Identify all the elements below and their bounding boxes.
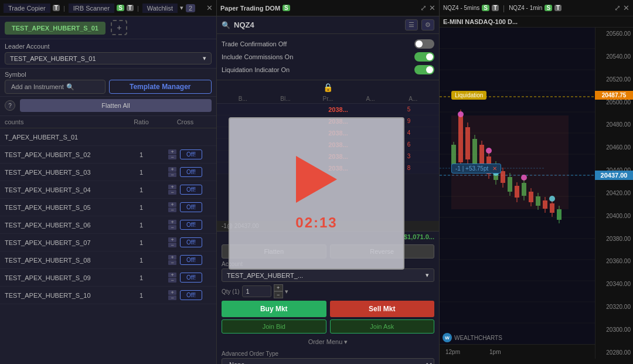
expand-icon[interactable]: ⤢ [614, 4, 621, 12]
chart-title: E-MINI NASDAQ-100 D... [440, 16, 633, 28]
col-cross-header: Cross [159, 118, 212, 125]
ratio-stepper[interactable]: + − [168, 185, 176, 195]
include-commissions-toggle[interactable] [414, 52, 434, 62]
add-instrument-button[interactable]: Add an Instrument 🔍 [5, 80, 106, 94]
table-row: TEST_APEX_HUBERT_S_10 1 + − Off! [0, 287, 216, 304]
ratio-minus[interactable]: − [168, 190, 176, 195]
off-button[interactable]: Off! [180, 273, 202, 283]
sell-mkt-button[interactable]: Sell Mkt [330, 301, 435, 317]
flatten-all-button[interactable]: Flatten All [20, 99, 212, 112]
close-icon[interactable]: ✕ [429, 4, 435, 12]
wealthcharts-logo: W [443, 333, 452, 342]
liquidation-badge: Liquidation [451, 91, 486, 100]
ratio-minus[interactable]: − [168, 207, 176, 212]
ratio-stepper[interactable]: + − [168, 273, 176, 283]
svg-rect-62 [557, 209, 561, 220]
dom-layout-btn[interactable]: ☰ [405, 19, 418, 30]
order-menu-row[interactable]: Order Menu ▾ [222, 336, 434, 348]
qty-label: Qty (1) [222, 288, 240, 295]
play-button[interactable] [296, 156, 337, 203]
ratio-minus[interactable]: − [168, 278, 176, 283]
leader-account-dropdown[interactable]: TEST_APEX_HUBERT_S_01 ▾ [5, 52, 212, 64]
dom-price-row[interactable]: 2038... 5 [217, 104, 439, 115]
chevron-down-icon: ▾ [203, 55, 206, 62]
advanced-order-row: Advanced Order Type None [222, 348, 434, 364]
off-button[interactable]: Off! [180, 237, 202, 247]
time-label-1pm: 1pm [489, 349, 501, 355]
ratio-plus[interactable]: + [168, 255, 176, 260]
ratio-plus[interactable]: + [168, 167, 176, 172]
trade-confirmation-toggle[interactable] [414, 39, 434, 49]
liquidation-indicator-toggle[interactable] [414, 65, 434, 74]
add-button[interactable]: + [111, 20, 127, 35]
dom-account-dropdown[interactable]: TEST_APEX_HUBERT_... ▾ [222, 268, 434, 282]
ratio-plus[interactable]: + [168, 202, 176, 207]
off-button[interactable]: Off! [180, 220, 202, 230]
irb-badge-t: T [127, 5, 134, 11]
buy-mkt-button[interactable]: Buy Mkt [222, 301, 326, 317]
qty-expand[interactable]: ▾ [285, 288, 288, 295]
off-button[interactable]: Off! [180, 185, 202, 195]
ratio-stepper[interactable]: + − [168, 237, 176, 247]
ratio-minus[interactable]: − [168, 155, 176, 159]
chart-area: 20560.00 20540.00 20520.00 20500.00 2048… [440, 28, 633, 359]
left-panel: Trade Copier T | IRB Scanner S T | Watch… [0, 0, 217, 364]
table-row: TEST_APEX_HUBERT_S_09 1 + − Off! [0, 269, 216, 287]
ratio-plus[interactable]: + [168, 185, 176, 189]
ratio-minus[interactable]: − [168, 260, 176, 265]
ratio-stepper[interactable]: + − [168, 220, 176, 230]
trade-confirmation-label: Trade Confirmation Off [222, 40, 287, 47]
qty-input[interactable] [242, 285, 271, 297]
qty-plus[interactable]: + [274, 284, 283, 291]
ratio-stepper[interactable]: + − [168, 167, 176, 177]
order-tag: -1 | +53.75pt ✕ [451, 164, 501, 174]
qty-stepper[interactable]: + − [274, 284, 283, 298]
ratio-stepper[interactable]: + − [168, 255, 176, 265]
join-ask-button[interactable]: Join Ask [330, 319, 435, 334]
table-row: TEST_APEX_HUBERT_S_02 1 + − Off! [0, 146, 216, 164]
liquidation-indicator-row: Liquidation Indicator On [222, 63, 434, 76]
close-icon[interactable]: ✕ [623, 4, 629, 12]
ratio-plus[interactable]: + [168, 149, 176, 154]
ratio-minus[interactable]: − [168, 225, 176, 230]
table-row: TEST_APEX_HUBERT_S_03 1 + − Off! [0, 164, 216, 181]
join-bid-button[interactable]: Join Bid [222, 319, 326, 334]
ratio-minus[interactable]: − [168, 295, 176, 300]
ratio-stepper[interactable]: + − [168, 202, 176, 212]
ratio-plus[interactable]: + [168, 220, 176, 224]
ratio-stepper[interactable]: + − [168, 149, 176, 159]
irb-scanner-tab[interactable]: IRB Scanner [69, 4, 114, 13]
current-price-highlight: 20437.00 [595, 171, 633, 180]
dom-settings-btn[interactable]: ⚙ [421, 19, 434, 30]
trade-copier-tab[interactable]: Trade Copier [4, 4, 50, 13]
ratio-minus[interactable]: − [168, 243, 176, 247]
off-button[interactable]: Off! [180, 255, 202, 265]
ratio-plus[interactable]: + [168, 237, 176, 242]
help-icon[interactable]: ? [5, 100, 15, 111]
off-button[interactable]: Off! [180, 290, 202, 300]
off-button[interactable]: Off! [180, 149, 202, 159]
table-row: T_APEX_HUBERT_S_01 [0, 128, 216, 146]
include-commissions-label: Include Commissions On [222, 53, 293, 60]
advanced-order-select[interactable]: None [222, 358, 434, 364]
action-row: ? Flatten All [0, 97, 216, 116]
ratio-stepper[interactable]: + − [168, 290, 176, 300]
watchlist-tab[interactable]: Watchlist [142, 4, 178, 13]
template-manager-button[interactable]: Template Manager [109, 80, 212, 94]
off-button[interactable]: Off! [180, 167, 202, 177]
table-row: TEST_APEX_HUBERT_S_08 1 + − Off! [0, 251, 216, 269]
right-panel: NQZ4 - 5mins S T | NQZ4 - 1min S T ⤢ ✕ E… [440, 0, 633, 364]
qty-minus[interactable]: − [274, 291, 283, 298]
order-close-icon[interactable]: ✕ [492, 165, 497, 172]
chart-badge-s: S [482, 5, 489, 11]
close-icon[interactable]: ✕ [206, 4, 213, 12]
test-apex-button[interactable]: TEST_APEX_HUBERT_S_01 [5, 22, 106, 35]
expand-icon[interactable]: ⤢ [420, 4, 427, 12]
ratio-minus[interactable]: − [168, 172, 176, 177]
lock-icon: 🔒 [323, 83, 333, 92]
dom-symbol-input[interactable] [234, 21, 401, 29]
chart-symbol-5min: NQZ4 - 5mins [443, 5, 479, 11]
ratio-plus[interactable]: + [168, 273, 176, 277]
ratio-plus[interactable]: + [168, 290, 176, 295]
off-button[interactable]: Off! [180, 202, 202, 212]
